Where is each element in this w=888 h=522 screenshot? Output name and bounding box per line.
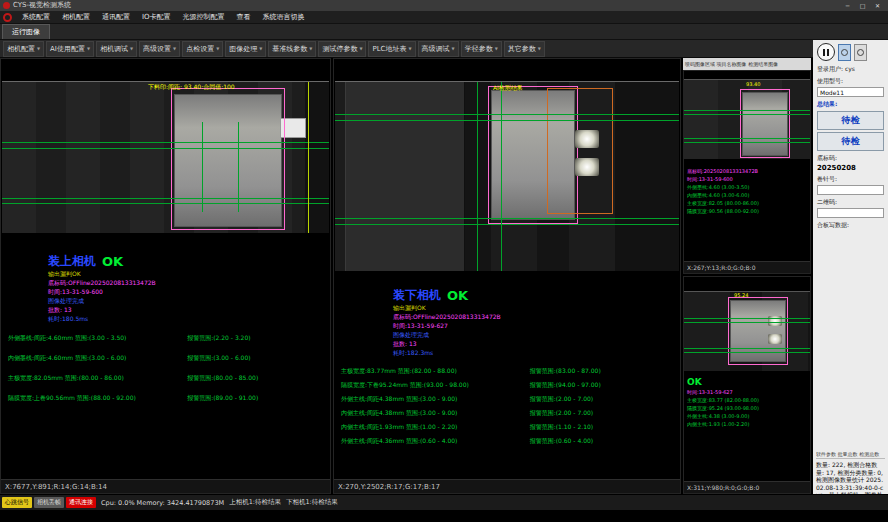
- login-user-row: 登录用户: cys: [817, 65, 884, 74]
- code-label: 底标码:: [817, 154, 837, 161]
- status-badge: 通讯连接: [66, 497, 96, 508]
- preview-result-text-1: 底标码:2025020813313472B时间:13-31-59-600外侧墨线…: [687, 167, 810, 215]
- baseline-line: [335, 120, 679, 121]
- cpu-memory-readout: Cpu: 0.0% Memory: 3424.41790873M: [101, 499, 224, 507]
- app-window: CYS-视觉检测系统 ─ □ ✕ 系统配置相机配置通讯配置IO卡配置光源控制配置…: [0, 0, 888, 522]
- chevron-down-icon: ▼: [37, 46, 40, 51]
- measurement-row: 内侧主线:间距4.38mm 范围:(3.00 - 9.00)报警范围:(2.00…: [341, 409, 678, 418]
- model-row: 使用型号:: [817, 77, 884, 86]
- status-badge: 心跳信号: [2, 497, 32, 508]
- reflective-tab: [575, 130, 599, 148]
- toolbar-item[interactable]: 高级设置▼: [139, 41, 180, 57]
- toolbar-item[interactable]: 相机配置▼: [3, 41, 44, 57]
- baseline-line: [335, 218, 679, 219]
- chevron-down-icon: ▼: [309, 46, 312, 51]
- menu-item[interactable]: 系统配置: [16, 11, 56, 24]
- ai-roi-box: [547, 88, 613, 214]
- preview-image-1[interactable]: 93.40: [684, 79, 810, 159]
- chevron-down-icon: ▼: [409, 46, 412, 51]
- code-value: 20250208: [817, 164, 884, 172]
- app-icon: [3, 2, 10, 9]
- upper-camera-image[interactable]: 下料印:间距: 93.40:合同值:100: [2, 81, 329, 233]
- toolbar-item[interactable]: PLC地址表▼: [368, 41, 415, 57]
- qr-value-box[interactable]: [817, 208, 884, 218]
- result-line: 隔膜宽度:95.24 (93.00-98.00): [687, 404, 810, 412]
- menu-item[interactable]: IO卡配置: [136, 11, 177, 24]
- toolbar-item[interactable]: 图像处理▼: [225, 41, 266, 57]
- toolbar-item[interactable]: 学径参数▼: [461, 41, 502, 57]
- measurement-value: 外侧主线:间距4.36mm 范围:(0.60 - 4.00): [341, 437, 530, 446]
- toolbar-item-label: 高级设置: [143, 44, 171, 54]
- chevron-down-icon: ▼: [87, 46, 90, 51]
- status-bar: 心跳信号相机丢帧通讯连接 Cpu: 0.0% Memory: 3424.4179…: [0, 494, 888, 510]
- barcode-line: 底标码:OFFline2025020813313472B: [48, 278, 328, 287]
- toolbar-items: 相机配置▼AI使用配置▼相机调试▼高级设置▼点检设置▼图像处理▼基准线参数▼测试…: [3, 41, 545, 57]
- menubar: 系统配置相机配置通讯配置IO卡配置光源控制配置查看系统语言切换: [0, 11, 888, 24]
- stats-tabs[interactable]: 软件参数 批量总数 检测总数: [816, 451, 885, 459]
- preview-result-text-2: OK时间:13-31-59-627主极宽度:83.77 (82.00-88.00…: [687, 377, 810, 428]
- overlay-measurement-label: 95.24: [734, 292, 748, 298]
- needle-row: 卷针号:: [817, 175, 884, 184]
- measure-line: [477, 82, 478, 271]
- toolbar-item-label: 图像处理: [229, 44, 257, 54]
- needle-value-box[interactable]: [817, 185, 884, 195]
- menu-item[interactable]: 相机配置: [56, 11, 96, 24]
- result-ok-badge: OK: [447, 288, 468, 303]
- preview-panel-1: 93.40 底标码:2025020813313472B时间:13-31-59-6…: [683, 70, 811, 274]
- measurement-row: 外侧主线:间距4.38mm 范围:(3.00 - 9.00)报警范围:(2.00…: [341, 395, 678, 404]
- alarm-range-value: 报警范围:(80.00 - 85.00): [187, 374, 328, 383]
- menu-item[interactable]: 系统语言切换: [257, 11, 311, 24]
- toolbar-item[interactable]: 测试停参数▼: [318, 41, 366, 57]
- lower-camera-image[interactable]: AI检测结果: [335, 81, 679, 271]
- camera-1-view-button[interactable]: [838, 44, 851, 61]
- measurement-row: 隔膜宽度:上卷90.56mm 范围:(88.00 - 92.00)报警范围:(8…: [8, 394, 328, 403]
- lower-camera-panel: AI检测结果 装下相机OK 输出漏判OK 底标码:OFFline20250208…: [333, 58, 681, 494]
- measurement-rows: 主极宽度:83.77mm 范围:(82.00 - 88.00)报警范围:(83.…: [341, 367, 678, 446]
- menu-item[interactable]: 查看: [231, 11, 257, 24]
- toolbar-item-label: PLC地址表: [372, 44, 406, 54]
- titlebar: CYS-视觉检测系统 ─ □ ✕: [0, 0, 888, 11]
- close-icon[interactable]: ✕: [870, 0, 885, 11]
- alarm-range-value: 报警范围:(1.10 - 2.10): [530, 423, 678, 432]
- result-header: 装上相机OK 输出漏判OK 底标码:OFFline202502081331347…: [48, 251, 328, 323]
- toolbar-item[interactable]: 相机调试▼: [96, 41, 137, 57]
- reflective-tab: [768, 334, 782, 344]
- status-badges: 心跳信号相机丢帧通讯连接: [2, 497, 96, 508]
- toolbar-item[interactable]: 基准线参数▼: [268, 41, 316, 57]
- time-line: 时间:13-31-59-600: [48, 287, 328, 296]
- result-box-2: 待检: [817, 132, 884, 151]
- result-line: 主极宽度:83.77 (82.00-88.00): [687, 396, 810, 404]
- maximize-icon[interactable]: □: [855, 0, 870, 11]
- preview-image-2[interactable]: 95.24: [684, 291, 810, 371]
- chevron-down-icon: ▼: [452, 46, 455, 51]
- toolbar-item[interactable]: 高级调试▼: [418, 41, 459, 57]
- machine-structure: [345, 82, 465, 271]
- toolbar-item-label: 点检设置: [186, 44, 214, 54]
- write-row: 合板写数据:: [817, 221, 884, 230]
- toolbar-item-label: 相机调试: [100, 44, 128, 54]
- toolbar-item-label: AI使用配置: [50, 44, 85, 54]
- total-result-label: 总结果:: [817, 100, 837, 107]
- toolbar-item[interactable]: AI使用配置▼: [46, 41, 94, 57]
- chevron-down-icon: ▼: [495, 46, 498, 51]
- chevron-down-icon: ▼: [216, 46, 219, 51]
- pause-button[interactable]: [817, 43, 835, 61]
- menu-item[interactable]: 光源控制配置: [177, 11, 231, 24]
- baseline-line: [684, 322, 810, 323]
- tab-run-image[interactable]: 运行图像: [2, 24, 50, 39]
- measurement-value: 内侧主线:间距4.38mm 范围:(3.00 - 9.00): [341, 409, 530, 418]
- overlay-measurement-label: 下料印:间距: 93.40:合同值:100: [148, 83, 235, 92]
- measurement-row: 外侧墨线:间距:4.60mm 范围:(3.00 - 3.50)报警范围:(2.2…: [8, 334, 328, 343]
- toolbar-item-label: 相机配置: [7, 44, 35, 54]
- toolbar-item[interactable]: 其它参数▼: [504, 41, 545, 57]
- baseline-line: [2, 203, 329, 204]
- camera1-status: 上相机1:待检结果: [229, 498, 281, 507]
- model-value-box[interactable]: Mode11: [817, 87, 884, 97]
- minimize-icon[interactable]: ─: [840, 0, 855, 11]
- toolbar-item[interactable]: 点检设置▼: [182, 41, 223, 57]
- camera-2-view-button[interactable]: [854, 44, 867, 61]
- baseline-line: [684, 348, 810, 349]
- qr-label: 二维码:: [817, 198, 837, 205]
- menu-item[interactable]: 通讯配置: [96, 11, 136, 24]
- alarm-range-value: 报警范围:(83.00 - 87.00): [530, 367, 678, 376]
